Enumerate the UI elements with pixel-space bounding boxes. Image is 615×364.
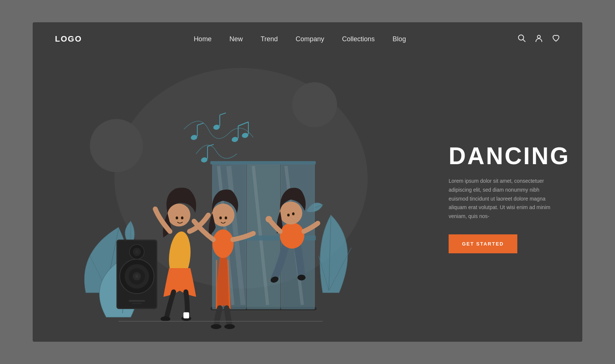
svg-rect-58 [183,312,189,319]
nav-link-collections[interactable]: Collections [342,35,375,43]
heart-icon[interactable] [552,34,560,44]
svg-point-61 [224,190,234,199]
logo: LOGO [55,34,82,44]
svg-point-56 [160,316,170,321]
svg-point-68 [280,222,305,248]
svg-point-49 [135,250,139,254]
svg-rect-51 [132,303,141,304]
svg-point-69 [279,202,302,225]
nav-link-company[interactable]: Company [296,35,324,43]
svg-rect-39 [211,161,316,165]
nav-item-company[interactable]: Company [296,35,324,43]
nav-item-trend[interactable]: Trend [261,35,278,43]
svg-point-71 [287,214,290,217]
navbar: LOGO Home New Trend Company Collections … [33,22,582,56]
page-frame: LOGO Home New Trend Company Collections … [33,22,582,342]
hero-description: Lorem ipsum dolor sit amet, consectetuer… [449,177,560,221]
nav-item-blog[interactable]: Blog [393,35,406,43]
get-started-button[interactable]: GET STARTED [449,234,517,253]
user-icon[interactable] [535,34,543,44]
svg-point-46 [135,275,139,278]
nav-link-new[interactable]: New [230,35,243,43]
svg-point-5 [292,82,337,127]
svg-point-62 [219,217,222,220]
illustration-area [33,56,441,342]
nav-icons [518,34,560,44]
svg-point-70 [291,189,299,197]
nav-item-new[interactable]: New [230,35,243,43]
main-content: DANCING Lorem ipsum dolor sit amet, cons… [33,56,582,342]
nav-links: Home New Trend Company Collections Blog [194,35,406,43]
svg-point-2 [537,35,540,38]
svg-rect-50 [129,300,145,302]
svg-point-73 [266,216,272,222]
svg-point-72 [292,212,295,215]
hero-illustration [33,56,441,342]
svg-point-63 [225,217,227,220]
svg-point-55 [181,217,183,220]
svg-point-66 [211,324,222,329]
svg-point-54 [176,217,178,220]
nav-item-collections[interactable]: Collections [342,35,375,43]
nav-link-home[interactable]: Home [194,35,212,43]
hero-title: DANCING [449,144,560,168]
svg-line-1 [523,39,525,42]
svg-point-67 [224,324,235,329]
nav-link-trend[interactable]: Trend [261,35,278,43]
nav-link-blog[interactable]: Blog [393,35,406,43]
svg-point-59 [212,230,234,258]
svg-point-4 [90,119,143,172]
search-icon[interactable] [518,34,526,44]
svg-point-75 [297,275,306,280]
nav-item-home[interactable]: Home [194,35,212,43]
hero-text-area: DANCING Lorem ipsum dolor sit amet, cons… [441,56,582,342]
